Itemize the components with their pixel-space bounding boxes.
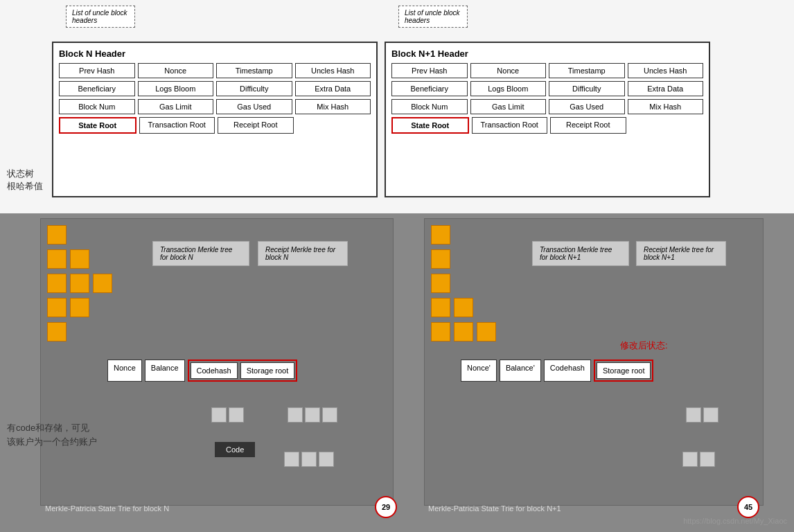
modify-label: 修改后状态: bbox=[620, 339, 668, 352]
block-n1-row1: Prev Hash Nonce Timestamp Uncles Hash bbox=[391, 63, 703, 78]
block-num-n1: Block Num bbox=[391, 99, 468, 114]
difficulty-n: Difficulty bbox=[216, 81, 292, 96]
trie-name-n: Merkle-Patricia State Trie for block N bbox=[45, 504, 169, 513]
storage-root-n1: Storage root bbox=[597, 362, 651, 379]
logs-bloom-n: Logs Bloom bbox=[138, 81, 214, 96]
website-label: https://blog.csdn.net/My_Xiaoc bbox=[683, 517, 787, 525]
code-label-box: Code bbox=[215, 442, 255, 457]
spacer-n bbox=[297, 117, 371, 134]
trie-n-level5 bbox=[47, 322, 67, 344]
trie-n1-level4 bbox=[431, 298, 473, 317]
uncles-hash-n1: Uncles Hash bbox=[628, 63, 704, 78]
block-n-row3: Block Num Gas Limit Gas Used Mix Hash bbox=[59, 99, 371, 114]
gas-used-n: Gas Used bbox=[216, 99, 292, 114]
block-n1-row3: Block Num Gas Limit Gas Used Mix Hash bbox=[391, 99, 703, 114]
tx-root-n: Transaction Root bbox=[139, 117, 215, 134]
storage-red-box-n1: Storage root bbox=[594, 360, 654, 382]
block-n1-row2: Beneficiary Logs Bloom Difficulty Extra … bbox=[391, 81, 703, 96]
receipt-root-n1: Receipt Root bbox=[550, 117, 626, 134]
codehash-subtrie-n bbox=[211, 407, 244, 423]
nonce-n: Nonce bbox=[138, 63, 214, 78]
trie-n1-level3 bbox=[431, 274, 450, 295]
code-storage-red-box-n: Codehash Storage root bbox=[188, 360, 298, 382]
mix-hash-n1: Mix Hash bbox=[628, 99, 704, 114]
logs-bloom-n1: Logs Bloom bbox=[470, 81, 547, 96]
trie-n1-level1 bbox=[431, 225, 450, 247]
mix-hash-n: Mix Hash bbox=[295, 99, 371, 114]
nonce-n1: Nonce bbox=[470, 63, 547, 78]
extra-data-n: Extra Data bbox=[295, 81, 371, 96]
balance-account-n1: Balance' bbox=[500, 360, 541, 382]
block-n-row2: Beneficiary Logs Bloom Difficulty Extra … bbox=[59, 81, 371, 96]
gas-limit-n: Gas Limit bbox=[138, 99, 214, 114]
block-n-title: Block N Header bbox=[59, 48, 371, 59]
receipt-merkle-n: Receipt Merkle tree for block N bbox=[258, 241, 348, 266]
storage-children-n1 bbox=[682, 452, 715, 467]
trie-n-level2 bbox=[47, 249, 89, 269]
tx-merkle-n: Transaction Merkle tree for block N bbox=[152, 241, 249, 266]
tx-merkle-n1: Transaction Merkle tree for block N+1 bbox=[532, 241, 629, 266]
main-container: List of uncle block headers List of uncl… bbox=[0, 0, 794, 532]
nonce-account-n: Nonce bbox=[107, 360, 142, 382]
account-n-box: Nonce Balance Codehash Storage root bbox=[107, 360, 297, 382]
prev-hash-n: Prev Hash bbox=[59, 63, 135, 78]
state-label: 状态树 根哈希值 bbox=[7, 168, 43, 193]
uncle-label-n1: List of uncle block headers bbox=[398, 6, 468, 28]
chinese-code-label: 有code和存储，可见 该账户为一个合约账户 bbox=[7, 421, 97, 448]
trie-n1-level5 bbox=[431, 322, 496, 342]
state-root-n1: State Root bbox=[391, 117, 469, 134]
trie-n-level4 bbox=[47, 298, 89, 317]
extra-data-n1: Extra Data bbox=[628, 81, 704, 96]
block-n-row1: Prev Hash Nonce Timestamp Uncles Hash bbox=[59, 63, 371, 78]
beneficiary-n1: Beneficiary bbox=[391, 81, 468, 96]
block-n-row4: State Root Transaction Root Receipt Root bbox=[59, 117, 371, 134]
uncles-hash-n: Uncles Hash bbox=[295, 63, 371, 78]
prev-hash-n1: Prev Hash bbox=[391, 63, 468, 78]
number-circle-45: 45 bbox=[737, 496, 759, 518]
block-n1-header: Block N+1 Header Prev Hash Nonce Timesta… bbox=[385, 42, 710, 197]
beneficiary-n: Beneficiary bbox=[59, 81, 135, 96]
uncle-label-n: List of uncle block headers bbox=[66, 6, 135, 28]
storage-subtrie-n bbox=[288, 407, 337, 423]
trie-n-level1 bbox=[47, 225, 67, 247]
tx-root-n1: Transaction Root bbox=[472, 117, 548, 134]
receipt-root-n: Receipt Root bbox=[218, 117, 294, 134]
codehash-n: Codehash bbox=[191, 362, 238, 379]
state-root-n: State Root bbox=[59, 117, 136, 134]
timestamp-n: Timestamp bbox=[216, 63, 292, 78]
gas-used-n1: Gas Used bbox=[549, 99, 625, 114]
receipt-merkle-n1: Receipt Merkle tree for block N+1 bbox=[636, 241, 726, 266]
block-n1-title: Block N+1 Header bbox=[391, 48, 703, 59]
balance-account-n: Balance bbox=[145, 360, 185, 382]
block-num-n: Block Num bbox=[59, 99, 135, 114]
difficulty-n1: Difficulty bbox=[549, 81, 625, 96]
trie-name-n1: Merkle-Patricia State Trie for block N+1 bbox=[428, 504, 561, 513]
gas-limit-n1: Gas Limit bbox=[470, 99, 547, 114]
timestamp-n1: Timestamp bbox=[549, 63, 625, 78]
spacer-n1 bbox=[629, 117, 704, 134]
trie-n1-level2 bbox=[431, 249, 450, 271]
storage-children-n bbox=[284, 452, 334, 467]
storage-root-n: Storage root bbox=[240, 362, 295, 379]
codehash-n1: Codehash bbox=[544, 360, 591, 382]
nonce-account-n1: Nonce' bbox=[461, 360, 497, 382]
trie-n-level3 bbox=[47, 274, 112, 293]
account-n1-box: Nonce' Balance' Codehash Storage root bbox=[461, 360, 653, 382]
number-circle-29: 29 bbox=[375, 496, 397, 518]
block-n1-row4: State Root Transaction Root Receipt Root bbox=[391, 117, 703, 134]
storage-subtrie-n1 bbox=[686, 407, 718, 423]
block-n-header: Block N Header Prev Hash Nonce Timestamp… bbox=[52, 42, 378, 197]
